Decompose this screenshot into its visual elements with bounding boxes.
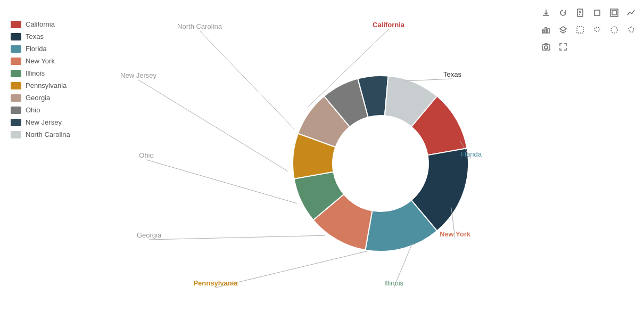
legend-color — [11, 58, 21, 65]
circle-select-btn[interactable] — [607, 22, 622, 37]
svg-rect-1 — [595, 10, 600, 15]
main-container: CaliforniaTexasFloridaNew YorkIllinoisPe… — [0, 0, 644, 327]
legend-label: New Jersey — [26, 118, 62, 126]
refresh-btn[interactable] — [556, 5, 571, 20]
legend-label: California — [26, 20, 55, 28]
legend-label: Florida — [26, 45, 47, 53]
legend-label: Texas — [26, 32, 44, 40]
legend-color — [11, 119, 21, 126]
legend-label: New York — [26, 57, 55, 65]
donut-chart — [279, 62, 482, 265]
lasso-btn[interactable] — [590, 22, 605, 37]
legend-item-new-jersey: New Jersey — [11, 118, 106, 126]
crop-btn[interactable] — [590, 5, 605, 20]
legend-list: CaliforniaTexasFloridaNew YorkIllinoisPe… — [11, 20, 106, 138]
svg-rect-2 — [610, 9, 618, 17]
segment-label-illinois: Illinois — [384, 279, 404, 287]
svg-rect-7 — [577, 27, 583, 33]
resize-btn[interactable] — [607, 5, 622, 20]
legend-label: Illinois — [26, 69, 45, 77]
legend-label: Pennsylvania — [26, 81, 67, 89]
camera-btn[interactable] — [539, 39, 554, 54]
legend-color — [11, 45, 21, 53]
legend-item-pennsylvania: Pennsylvania — [11, 81, 106, 89]
document-btn[interactable] — [573, 5, 588, 20]
legend-item-ohio: Ohio — [11, 106, 106, 114]
svg-point-8 — [611, 27, 617, 33]
legend-color — [11, 33, 21, 40]
donut-svg — [279, 62, 482, 265]
svg-rect-3 — [612, 11, 616, 15]
segment-label-ohio: Ohio — [139, 151, 153, 159]
bar-chart-btn[interactable] — [539, 22, 554, 37]
legend-color — [11, 21, 21, 28]
legend-item-texas: Texas — [11, 32, 106, 40]
svg-point-10 — [544, 46, 548, 49]
legend-label: North Carolina — [26, 130, 70, 138]
legend-item-new-york: New York — [11, 57, 106, 65]
toolbar — [539, 5, 639, 54]
svg-rect-6 — [548, 29, 549, 33]
legend-label: Ohio — [26, 106, 40, 114]
segment-label-georgia: Georgia — [137, 231, 162, 239]
segment-label-north-carolina: North Carolina — [177, 22, 222, 30]
svg-rect-4 — [542, 30, 544, 33]
segment-label-pennsylvania: Pennsylvania — [193, 279, 238, 287]
label-line-ohio — [146, 160, 297, 203]
legend-color — [11, 107, 21, 114]
legend-item-california: California — [11, 20, 106, 28]
legend-item-georgia: Georgia — [11, 94, 106, 102]
segment-label-california: California — [373, 21, 405, 29]
svg-rect-5 — [545, 28, 547, 33]
legend-item-illinois: Illinois — [11, 69, 106, 77]
download-btn[interactable] — [539, 5, 554, 20]
legend-label: Georgia — [26, 94, 50, 102]
select-box-btn[interactable] — [573, 22, 588, 37]
layers-btn[interactable] — [556, 22, 571, 37]
chart-area: CaliforniaTexasFloridaNew YorkIllinoisPe… — [117, 0, 644, 327]
legend-color — [11, 82, 21, 89]
segment-label-new-jersey: New Jersey — [120, 71, 156, 79]
polygon-select-btn[interactable] — [624, 22, 639, 37]
chart-line-btn[interactable] — [624, 5, 639, 20]
legend-panel: CaliforniaTexasFloridaNew YorkIllinoisPe… — [0, 0, 117, 327]
label-line-new-jersey — [138, 80, 288, 171]
legend-color — [11, 131, 21, 138]
legend-item-north-carolina: North Carolina — [11, 130, 106, 138]
legend-color — [11, 94, 21, 102]
legend-item-florida: Florida — [11, 45, 106, 53]
legend-color — [11, 70, 21, 77]
expand-btn[interactable] — [556, 39, 571, 54]
